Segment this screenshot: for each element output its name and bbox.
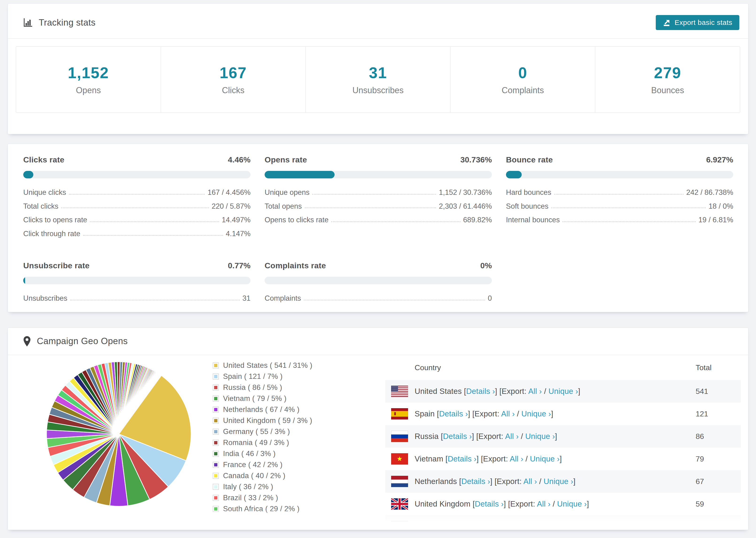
country-name: United Kingdom <box>415 500 470 508</box>
rate-value: 0% <box>480 261 492 270</box>
rate-value: 30.736% <box>460 155 492 164</box>
stat-value: 0 <box>518 64 527 82</box>
flag-ru-icon <box>391 431 408 442</box>
legend-item[interactable]: United Kingdom ( 59 / 3% ) <box>213 416 312 425</box>
metric-label: Opens to clicks rate <box>265 216 328 224</box>
export-all-link[interactable]: All › <box>513 522 527 530</box>
export-unique-link[interactable]: Unique › <box>525 432 555 441</box>
flag-es-icon <box>391 408 408 419</box>
legend-label: Canada ( 40 / 2% ) <box>223 471 286 480</box>
stat-label: Unsubscribes <box>352 85 404 95</box>
metric-label: Unique clicks <box>23 189 66 196</box>
legend-item[interactable]: Germany ( 55 / 3% ) <box>213 427 312 436</box>
legend-label: Russia ( 86 / 5% ) <box>223 383 282 392</box>
metric-value: 220 / 5.87% <box>212 202 250 210</box>
legend-item[interactable]: Romania ( 49 / 3% ) <box>213 439 312 447</box>
rate-block-complaints: Complaints rate 0% Complaints0 <box>265 261 492 308</box>
geo-table-row: United Kingdom [Details ›] [Export: All … <box>385 493 741 515</box>
geo-title: Campaign Geo Opens <box>37 336 128 346</box>
stat-bounces: 279 Bounces <box>595 47 740 112</box>
export-all-link[interactable]: All › <box>505 432 519 441</box>
legend-item[interactable]: Spain ( 121 / 7% ) <box>213 372 312 381</box>
export-unique-link[interactable]: Unique › <box>549 387 578 396</box>
export-all-link[interactable]: All › <box>510 455 523 463</box>
details-link[interactable]: Details › <box>466 387 495 396</box>
legend-item[interactable]: Russia ( 86 / 5% ) <box>213 383 312 392</box>
legend-swatch <box>213 462 219 468</box>
legend-swatch <box>213 385 219 391</box>
legend-swatch <box>213 373 219 380</box>
legend-item[interactable]: South Africa ( 29 / 2% ) <box>213 505 312 513</box>
export-all-link[interactable]: All › <box>501 409 515 418</box>
column-header-country: Country <box>385 363 696 372</box>
export-icon <box>663 19 671 27</box>
country-name: Russia <box>415 432 439 441</box>
details-link[interactable]: Details › <box>475 500 504 508</box>
legend-item[interactable]: Italy ( 36 / 2% ) <box>213 483 312 491</box>
country-name: Netherlands <box>415 477 457 486</box>
export-basic-stats-button[interactable]: Export basic stats <box>656 15 739 30</box>
geo-header: Campaign Geo Opens <box>8 328 748 355</box>
geo-table-row: Vietnam [Details ›] [Export: All › / Uni… <box>385 448 741 470</box>
legend-label: Vietnam ( 79 / 5% ) <box>223 394 287 403</box>
metric-label: Unsubscribes <box>23 295 67 302</box>
stat-label: Clicks <box>222 85 244 95</box>
export-unique-link[interactable]: Unique › <box>521 409 551 418</box>
export-unique-link[interactable]: Unique › <box>530 455 560 463</box>
tracking-stats-card: Tracking stats Export basic stats 1,152 … <box>8 3 748 134</box>
stat-value: 167 <box>220 64 247 82</box>
metric-label: Clicks to opens rate <box>23 216 87 224</box>
tracking-stats-header: Tracking stats Export basic stats <box>8 4 748 39</box>
rate-block-bounce: Bounce rate 6.927% Hard bounces242 / 86.… <box>506 155 733 243</box>
pie-legend: United States ( 541 / 31% )Spain ( 121 /… <box>213 361 312 516</box>
metric-value: 167 / 4.456% <box>207 189 250 196</box>
rate-title: Bounce rate <box>506 155 553 164</box>
export-unique-link[interactable]: Unique › <box>533 522 563 530</box>
legend-swatch <box>213 418 219 424</box>
geo-pie-chart[interactable] <box>44 359 194 509</box>
rate-title: Clicks rate <box>23 155 64 164</box>
legend-label: Romania ( 49 / 3% ) <box>223 439 289 447</box>
legend-item[interactable]: Netherlands ( 67 / 4% ) <box>213 405 312 414</box>
country-total: 79 <box>696 455 741 463</box>
export-all-link[interactable]: All › <box>528 387 542 396</box>
legend-swatch <box>213 473 219 479</box>
legend-label: Germany ( 55 / 3% ) <box>223 427 290 436</box>
legend-label: Netherlands ( 67 / 4% ) <box>223 405 299 414</box>
flag-gb-icon <box>391 498 408 510</box>
rate-value: 6.927% <box>706 155 733 164</box>
legend-item[interactable]: India ( 46 / 3% ) <box>213 450 312 458</box>
export-all-link[interactable]: All › <box>523 477 537 486</box>
rate-block-unsubscribe: Unsubscribe rate 0.77% Unsubscribes31 <box>23 261 250 308</box>
country-total: 86 <box>696 432 741 441</box>
metric-label: Total clicks <box>23 202 58 210</box>
export-unique-link[interactable]: Unique › <box>557 500 587 508</box>
progress-bar <box>23 171 250 178</box>
page-title: Tracking stats <box>39 18 95 28</box>
legend-item[interactable]: Canada ( 40 / 2% ) <box>213 471 312 480</box>
country-total: 67 <box>696 477 741 486</box>
legend-item[interactable]: United States ( 541 / 31% ) <box>213 361 312 370</box>
flag-nl-icon <box>391 476 408 487</box>
rate-title: Unsubscribe rate <box>23 261 90 270</box>
details-link[interactable]: Details › <box>439 409 468 418</box>
export-all-link[interactable]: All › <box>537 500 551 508</box>
export-unique-link[interactable]: Unique › <box>544 477 573 486</box>
metric-label: Soft bounces <box>506 202 549 210</box>
stat-value: 279 <box>654 64 681 82</box>
details-link[interactable]: Details › <box>448 455 477 463</box>
legend-item[interactable]: Brazil ( 33 / 2% ) <box>213 494 312 502</box>
legend-item[interactable]: France ( 42 / 2% ) <box>213 460 312 469</box>
flag-de-icon <box>391 521 408 530</box>
rate-title: Complaints rate <box>265 261 326 270</box>
country-name: Germany <box>415 522 447 530</box>
stat-unsubscribes: 31 Unsubscribes <box>306 47 451 112</box>
details-link[interactable]: Details › <box>461 477 490 486</box>
legend-swatch <box>213 396 219 402</box>
rate-value: 4.46% <box>228 155 250 164</box>
geo-table: Country Total United States [Details ›] … <box>385 355 741 530</box>
legend-item[interactable]: Vietnam ( 79 / 5% ) <box>213 394 312 403</box>
details-link[interactable]: Details › <box>451 522 480 530</box>
legend-swatch <box>213 406 219 413</box>
details-link[interactable]: Details › <box>443 432 472 441</box>
